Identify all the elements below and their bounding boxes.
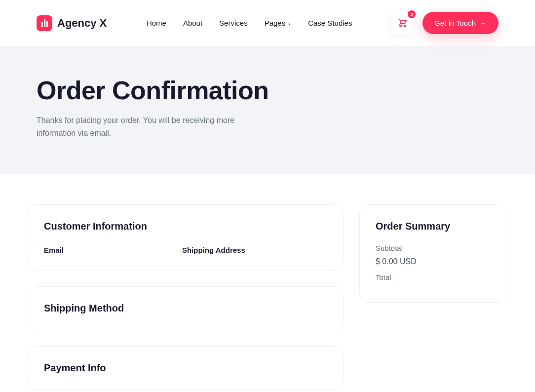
nav-pages[interactable]: Pages ⌄ [265, 19, 292, 27]
arrow-right-icon: → [480, 19, 487, 27]
header-actions: 3 Get in Touch → [392, 12, 498, 34]
logo-icon [37, 15, 52, 31]
payment-info-card: Payment Info [28, 346, 344, 390]
order-summary-card: Order Summary Subtotal $ 0.00 USD Total [359, 204, 507, 303]
nav-case-studies[interactable]: Case Studies [308, 19, 352, 27]
customer-info-row: Email Shipping Address [44, 246, 327, 254]
nav-services-label: Services [219, 19, 248, 27]
get-in-touch-button[interactable]: Get in Touch → [422, 12, 498, 34]
nav-home-label: Home [147, 19, 166, 27]
cart-icon [398, 18, 408, 28]
page-subtitle: Thanks for placing your order. You will … [37, 114, 254, 139]
shipping-method-title: Shipping Method [44, 303, 327, 314]
customer-info-title: Customer Information [44, 221, 327, 232]
nav-services[interactable]: Services [219, 19, 248, 27]
nav-pages-label: Pages [265, 19, 286, 27]
cart-badge: 3 [408, 10, 416, 18]
logo[interactable]: Agency X [37, 15, 107, 31]
email-label: Email [44, 246, 143, 254]
shipping-address-label: Shipping Address [182, 246, 245, 254]
page-title: Order Confirmation [37, 76, 498, 105]
main-nav: Home About Services Pages ⌄ Case Studies [147, 19, 352, 27]
sidebar-column: Order Summary Subtotal $ 0.00 USD Total [359, 204, 507, 303]
nav-about-label: About [183, 19, 202, 27]
main-column: Customer Information Email Shipping Addr… [28, 204, 344, 390]
chevron-down-icon: ⌄ [287, 20, 291, 26]
subtotal-value: $ 0.00 USD [376, 257, 491, 266]
hero-section: Order Confirmation Thanks for placing yo… [0, 46, 535, 174]
total-label: Total [376, 273, 491, 281]
content-section: Customer Information Email Shipping Addr… [0, 174, 535, 392]
payment-info-title: Payment Info [44, 362, 327, 374]
email-column: Email [44, 246, 143, 254]
shipping-method-card: Shipping Method [28, 286, 344, 330]
header: Agency X Home About Services Pages ⌄ Cas… [0, 0, 535, 46]
cta-label: Get in Touch [434, 19, 476, 27]
nav-home[interactable]: Home [147, 19, 166, 27]
subtotal-label: Subtotal [376, 244, 491, 252]
customer-info-card: Customer Information Email Shipping Addr… [28, 204, 344, 271]
nav-about[interactable]: About [183, 19, 202, 27]
nav-case-studies-label: Case Studies [308, 19, 352, 27]
order-summary-title: Order Summary [376, 221, 491, 232]
shipping-column: Shipping Address [182, 246, 245, 254]
logo-text: Agency X [57, 17, 107, 30]
cart-button[interactable]: 3 [392, 12, 414, 34]
